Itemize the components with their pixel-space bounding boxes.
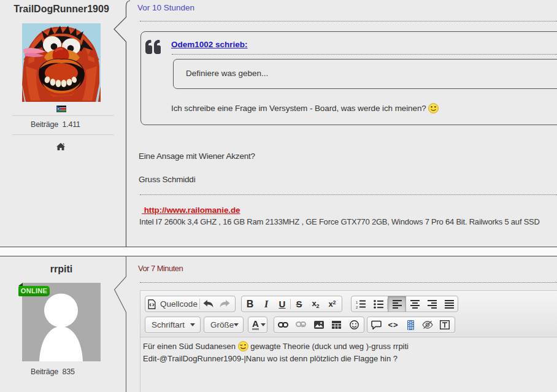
svg-text:2: 2: [356, 305, 358, 309]
svg-text:1: 1: [356, 300, 358, 304]
